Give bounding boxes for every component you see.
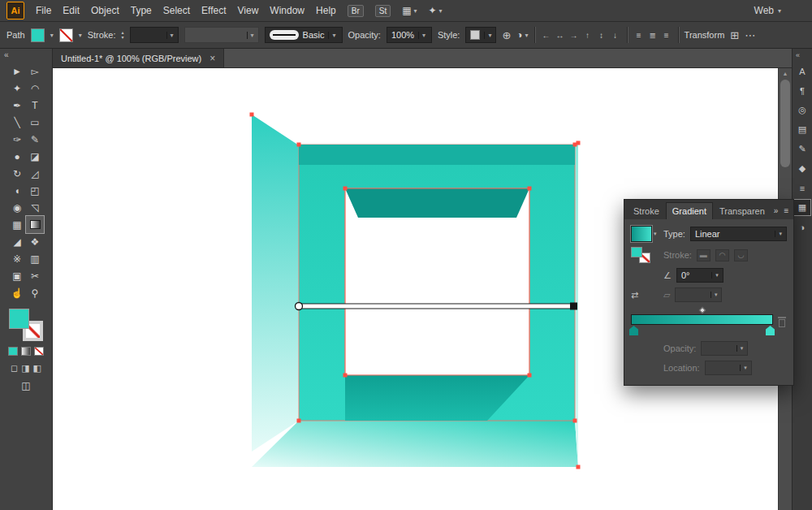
tool-free-transform[interactable]: ◰	[26, 182, 44, 199]
arrange-documents-button[interactable]: ▦ ▾	[402, 5, 417, 16]
gradient-ramp-bar[interactable]	[631, 314, 773, 325]
tab-transparency[interactable]: Transparen	[714, 203, 771, 219]
tool-pen[interactable]: ✒	[8, 97, 26, 114]
gradient-annotator[interactable]	[296, 303, 578, 310]
stroke-color-swatch[interactable]	[59, 28, 73, 42]
document-setup-globe-icon[interactable]: ⊕	[502, 29, 511, 41]
stroke-gradient-within-icon[interactable]: ▬	[697, 249, 710, 261]
stop-opacity-select[interactable]: ▾	[701, 341, 748, 356]
draw-behind-icon[interactable]: ◨	[21, 363, 29, 374]
fill-indicator-swatch[interactable]	[9, 309, 29, 329]
anchor-point[interactable]	[528, 374, 532, 378]
stop-location-select[interactable]: ▾	[705, 361, 752, 375]
opacity-select[interactable]: 100% ▾	[387, 27, 432, 43]
reference-point-grid-icon[interactable]: ⊞	[730, 29, 739, 41]
tool-column-graph[interactable]: ▥	[26, 250, 44, 267]
workspace-switcher[interactable]: Web ▾	[754, 5, 781, 16]
paint-gradient-button[interactable]	[21, 347, 31, 356]
tool-width[interactable]: ◖	[8, 182, 26, 199]
gradient-stop-left[interactable]	[629, 326, 638, 335]
tool-lasso[interactable]: ◠	[26, 80, 44, 97]
panel-collapse-icon[interactable]: »	[771, 206, 781, 219]
tool-line-segment[interactable]: ╲	[8, 114, 26, 131]
scrollbar-thumb[interactable]	[780, 80, 790, 167]
chevron-down-icon[interactable]: ▾	[50, 32, 54, 39]
tab-stroke[interactable]: Stroke	[628, 203, 665, 219]
tool-artboard[interactable]: ▣	[8, 267, 26, 284]
frame-inner-top-face[interactable]	[345, 188, 529, 218]
recolor-artwork-button[interactable]: ◑ ▾	[516, 29, 528, 41]
tool-scale[interactable]: ◿	[26, 165, 44, 182]
gradient-panel-icon[interactable]: ▦	[794, 200, 810, 215]
transparency-panel-icon[interactable]: ◑	[794, 219, 810, 235]
stroke-gradient-along-icon[interactable]: ◠	[715, 249, 729, 261]
stroke-panel-icon[interactable]: ≡	[794, 180, 810, 196]
transform-link[interactable]: Transform	[685, 30, 725, 40]
anchor-point[interactable]	[343, 187, 348, 191]
gradient-origin-handle[interactable]	[296, 303, 303, 310]
reverse-gradient-icon[interactable]: ⇄	[631, 290, 638, 300]
anchor-point[interactable]	[297, 419, 301, 423]
draw-inside-icon[interactable]: ◧	[33, 363, 41, 374]
cs-live-button[interactable]: ✦ ▾	[429, 5, 443, 16]
paint-color-button[interactable]	[8, 347, 18, 356]
tool-symbol-sprayer[interactable]: ※	[8, 250, 26, 267]
tool-direct-selection[interactable]: ▻	[26, 63, 44, 80]
anchor-point[interactable]	[577, 141, 581, 145]
appearance-panel-icon[interactable]: ◎	[794, 102, 810, 118]
app-logo[interactable]: Ai	[6, 2, 24, 19]
menu-view[interactable]: View	[238, 5, 259, 16]
swatches-panel-icon[interactable]: ▤	[794, 122, 810, 137]
character-panel-icon[interactable]: A	[794, 63, 810, 79]
variable-width-profile-select[interactable]: ▾	[184, 27, 259, 43]
chevron-down-icon[interactable]: ▾	[79, 32, 82, 39]
align-h-center-icon[interactable]: ↔	[555, 31, 566, 40]
dock-expand-button[interactable]: «	[793, 51, 800, 59]
tool-magic-wand[interactable]: ✦	[8, 80, 26, 97]
tool-blob-brush[interactable]: ●	[8, 148, 26, 165]
delete-stop-icon[interactable]	[777, 317, 787, 327]
tool-selection[interactable]: ►	[8, 63, 26, 80]
brush-definition-select[interactable]: Basic ▾	[265, 27, 343, 43]
anchor-point[interactable]	[343, 374, 348, 378]
mini-fill-swatch[interactable]	[631, 247, 642, 257]
gradient-stop-right[interactable]	[766, 326, 775, 335]
scroll-up-icon[interactable]: ▲	[779, 68, 792, 76]
tool-blend[interactable]: ❖	[26, 233, 44, 250]
frame-shape[interactable]	[252, 115, 578, 467]
tool-paintbrush[interactable]: ✑	[8, 131, 26, 148]
anchor-point[interactable]	[528, 187, 532, 191]
stock-button[interactable]: St	[375, 5, 391, 17]
stroke-weight-stepper[interactable]: ▴ ▾	[122, 30, 124, 40]
symbols-panel-icon[interactable]: ◆	[794, 161, 810, 176]
anchor-point[interactable]	[577, 465, 581, 469]
tools-collapse-button[interactable]: «	[0, 49, 52, 63]
gradient-annotator-bar[interactable]	[299, 304, 573, 309]
frame-bottom-face[interactable]	[252, 421, 578, 467]
tool-rotate[interactable]: ↻	[8, 165, 26, 182]
gradient-end-handle[interactable]	[570, 303, 577, 310]
tool-gradient[interactable]	[26, 216, 44, 233]
anchor-point[interactable]	[573, 419, 577, 423]
anchor-point[interactable]	[297, 143, 301, 147]
stroke-gradient-across-icon[interactable]: ◡	[734, 249, 748, 261]
panel-menu-icon[interactable]: ≡	[781, 206, 791, 219]
tool-perspective-grid[interactable]: ◹	[26, 199, 44, 216]
frame-top-strip[interactable]	[299, 145, 575, 165]
gradient-midpoint-handle[interactable]	[698, 307, 705, 313]
aspect-ratio-select[interactable]: ▾	[675, 287, 722, 302]
align-v-center-icon[interactable]: ↕	[596, 31, 607, 40]
align-right-icon[interactable]: →	[568, 31, 580, 40]
stepper-down-icon[interactable]: ▾	[122, 35, 124, 40]
gradient-fill-swatch[interactable]	[631, 226, 652, 242]
align-top-icon[interactable]: ↑	[582, 31, 594, 40]
menu-type[interactable]: Type	[131, 5, 152, 16]
distribute-top-icon[interactable]: ≡	[633, 31, 645, 40]
tab-gradient[interactable]: Gradient	[666, 202, 713, 219]
fill-color-swatch[interactable]	[31, 28, 45, 42]
distribute-center-icon[interactable]: ≣	[647, 31, 659, 40]
gradient-slider[interactable]	[631, 307, 773, 336]
overflow-menu-icon[interactable]: ⋯	[745, 29, 755, 41]
tool-zoom[interactable]: ⚲	[26, 284, 44, 301]
tool-type[interactable]: T	[26, 97, 44, 114]
